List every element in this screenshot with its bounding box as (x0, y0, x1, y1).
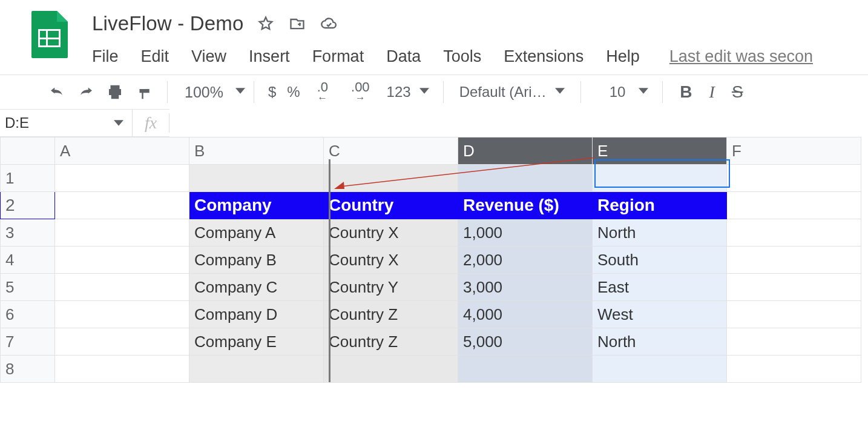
menu-bar: File Edit View Insert Format Data Tools … (92, 47, 835, 66)
row-header-2[interactable]: 2 (1, 192, 55, 219)
print-button[interactable] (100, 79, 130, 105)
fx-label: fx (133, 113, 169, 133)
cell[interactable]: North (593, 328, 727, 356)
undo-button[interactable] (42, 79, 71, 105)
italic-button[interactable]: I (701, 79, 723, 105)
format-percent-button[interactable]: % (281, 79, 305, 105)
font-family-dropdown[interactable]: Default (Ari… (452, 79, 572, 105)
cell[interactable]: North (593, 219, 727, 247)
cell[interactable]: Country Z (324, 328, 458, 356)
font-size-dropdown[interactable]: 10 (590, 79, 654, 105)
sheets-logo[interactable] (31, 11, 68, 58)
cell[interactable]: Country Y (324, 274, 458, 301)
toolbar: 100% $ % .0← .00→ 123 Default (Ari… 10 B… (0, 74, 868, 110)
column-header-D[interactable]: D (458, 137, 593, 165)
formula-input[interactable] (169, 109, 868, 137)
menu-format[interactable]: Format (312, 47, 364, 66)
column-header-E[interactable]: E (593, 137, 727, 165)
cell[interactable]: 4,000 (458, 301, 593, 328)
cell[interactable]: Country Z (324, 301, 458, 328)
caret-down-icon (114, 114, 123, 131)
cell[interactable]: 5,000 (458, 328, 593, 356)
menu-help[interactable]: Help (606, 47, 640, 66)
menu-file[interactable]: File (92, 47, 119, 66)
row-header-4[interactable]: 4 (1, 247, 55, 274)
strikethrough-button[interactable]: S (723, 79, 752, 105)
star-icon[interactable] (257, 15, 274, 32)
row-header-1[interactable]: 1 (1, 165, 55, 192)
paint-format-button[interactable] (130, 79, 159, 105)
cell[interactable]: 2,000 (458, 247, 593, 274)
column-header-A[interactable]: A (55, 137, 189, 165)
row-header-5[interactable]: 5 (1, 274, 55, 301)
column-header-C[interactable]: C (324, 137, 458, 165)
spreadsheet-grid[interactable]: A B C D E F 1 2 Company Country Revenue … (0, 137, 868, 383)
cell[interactable]: East (593, 274, 727, 301)
cell[interactable]: South (593, 247, 727, 274)
number-format-dropdown[interactable]: 123 (381, 79, 435, 105)
caret-down-icon (419, 86, 429, 98)
format-currency-button[interactable]: $ (263, 79, 281, 105)
last-edit-link[interactable]: Last edit was secon (669, 47, 813, 66)
name-box[interactable]: D:E (0, 110, 133, 136)
row-header-3[interactable]: 3 (1, 219, 55, 247)
cell[interactable]: 3,000 (458, 274, 593, 301)
header-region[interactable]: Region (593, 192, 727, 219)
cell[interactable]: Company C (189, 274, 324, 301)
menu-insert[interactable]: Insert (249, 47, 290, 66)
row-header-6[interactable]: 6 (1, 301, 55, 328)
select-all-corner[interactable] (1, 137, 55, 165)
cell[interactable]: 1,000 (458, 219, 593, 247)
header-revenue[interactable]: Revenue ($) (458, 192, 593, 219)
caret-down-icon (235, 86, 245, 98)
caret-down-icon (555, 86, 565, 98)
move-icon[interactable] (289, 15, 306, 32)
decrease-decimal-button[interactable]: .0← (306, 79, 340, 105)
menu-tools[interactable]: Tools (443, 47, 481, 66)
column-header-F[interactable]: F (727, 137, 861, 165)
menu-edit[interactable]: Edit (141, 47, 169, 66)
menu-data[interactable]: Data (386, 47, 421, 66)
increase-decimal-button[interactable]: .00→ (340, 79, 381, 105)
cell[interactable]: Company D (189, 301, 324, 328)
menu-view[interactable]: View (191, 47, 226, 66)
cloud-saved-icon (320, 15, 337, 32)
row-header-7[interactable]: 7 (1, 328, 55, 356)
row-header-8[interactable]: 8 (1, 356, 55, 383)
cell[interactable]: Country X (324, 247, 458, 274)
column-resize-line[interactable] (329, 159, 330, 382)
cell[interactable]: Company E (189, 328, 324, 356)
cell[interactable]: Company B (189, 247, 324, 274)
redo-button[interactable] (71, 79, 100, 105)
formula-bar: D:E fx (0, 110, 868, 137)
bold-button[interactable]: B (671, 79, 700, 105)
header-country[interactable]: Country (324, 192, 458, 219)
header-company[interactable]: Company (189, 192, 324, 219)
column-header-B[interactable]: B (189, 137, 324, 165)
caret-down-icon (639, 86, 648, 98)
cell[interactable]: West (593, 301, 727, 328)
zoom-dropdown[interactable]: 100% (176, 84, 245, 101)
cell[interactable]: Country X (324, 219, 458, 247)
cell[interactable]: Company A (189, 219, 324, 247)
document-title[interactable]: LiveFlow - Demo (92, 12, 244, 35)
menu-extensions[interactable]: Extensions (504, 47, 584, 66)
name-box-value: D:E (5, 114, 29, 131)
